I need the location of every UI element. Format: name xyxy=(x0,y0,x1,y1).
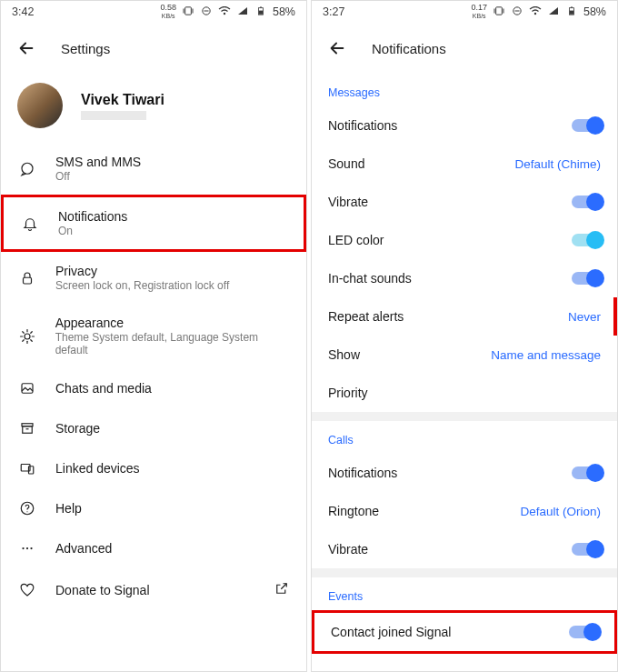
row-value: Default (Orion) xyxy=(520,505,601,518)
svg-rect-0 xyxy=(185,7,192,15)
msg-show[interactable]: Show Name and message xyxy=(312,336,617,374)
row-sub: Screen lock on, Registration lock off xyxy=(55,279,229,292)
row-value: Name and message xyxy=(491,348,601,362)
row-sub: On xyxy=(58,225,127,237)
highlight-marker xyxy=(613,297,617,336)
toggle-switch[interactable] xyxy=(572,543,601,556)
msg-notifications[interactable]: Notifications xyxy=(312,106,617,145)
settings-help[interactable]: Help xyxy=(1,488,306,528)
row-label: Notifications xyxy=(328,466,397,480)
toggle-switch[interactable] xyxy=(572,196,601,208)
svg-point-9 xyxy=(22,163,33,174)
message-icon xyxy=(17,161,37,177)
profile-row[interactable]: Vivek Tiwari xyxy=(1,74,306,143)
row-label: Show xyxy=(328,347,360,362)
section-messages: Messages xyxy=(312,74,617,106)
row-label: Sound xyxy=(328,156,364,171)
battery-icon xyxy=(565,5,578,18)
row-label: Privacy xyxy=(55,264,229,278)
row-label: LED color xyxy=(328,233,384,247)
msg-repeat[interactable]: Repeat alerts Never xyxy=(312,297,617,336)
row-label: Linked devices xyxy=(55,461,140,476)
external-link-icon xyxy=(274,580,290,599)
call-vibrate[interactable]: Vibrate xyxy=(312,530,617,568)
settings-appearance[interactable]: Appearance Theme System default, Languag… xyxy=(1,304,306,368)
row-label: Vibrate xyxy=(328,195,368,209)
archive-icon xyxy=(17,420,37,436)
avatar xyxy=(17,83,63,128)
svg-point-29 xyxy=(26,547,28,549)
svg-point-28 xyxy=(22,547,24,549)
toggle-switch[interactable] xyxy=(572,272,601,285)
call-ringtone[interactable]: Ringtone Default (Orion) xyxy=(312,492,617,530)
settings-storage[interactable]: Storage xyxy=(1,408,306,448)
row-label: Contact joined Signal xyxy=(331,625,451,639)
image-icon xyxy=(17,380,37,396)
wifi-icon xyxy=(529,5,542,18)
row-label: SMS and MMS xyxy=(55,155,141,169)
row-label: In-chat sounds xyxy=(328,271,412,286)
msg-sound[interactable]: Sound Default (Chime) xyxy=(312,145,617,183)
more-icon xyxy=(17,540,37,557)
status-time: 3:42 xyxy=(12,5,34,18)
battery-icon xyxy=(254,5,267,18)
toggle-switch[interactable] xyxy=(572,466,601,479)
vibrate-icon xyxy=(182,5,194,18)
section-divider xyxy=(312,568,617,577)
msg-vibrate[interactable]: Vibrate xyxy=(312,183,617,221)
row-label: Appearance xyxy=(55,316,290,330)
settings-privacy[interactable]: Privacy Screen lock on, Registration loc… xyxy=(1,252,306,304)
row-label: Donate to Signal xyxy=(55,583,150,597)
svg-rect-38 xyxy=(571,6,573,7)
svg-rect-7 xyxy=(260,6,262,7)
vibrate-icon xyxy=(493,5,505,18)
status-time: 3:27 xyxy=(323,5,344,18)
call-notifications[interactable]: Notifications xyxy=(312,454,617,492)
row-label: Priority xyxy=(328,386,368,400)
settings-sms[interactable]: SMS and MMS Off xyxy=(1,143,306,195)
help-icon xyxy=(17,500,37,517)
row-sub: Theme System default, Language System de… xyxy=(55,331,290,356)
battery-pct: 58% xyxy=(583,5,606,18)
toggle-switch[interactable] xyxy=(572,119,601,132)
msg-inchat[interactable]: In-chat sounds xyxy=(312,259,617,297)
svg-point-5 xyxy=(224,13,225,15)
settings-advanced[interactable]: Advanced xyxy=(1,528,306,568)
events-contact-joined[interactable]: Contact joined Signal xyxy=(312,610,617,654)
profile-subtitle-redacted xyxy=(81,111,146,120)
notifications-header: Notifications xyxy=(312,23,617,74)
msg-priority[interactable]: Priority xyxy=(312,374,617,412)
svg-point-30 xyxy=(30,547,32,549)
svg-rect-22 xyxy=(23,426,33,434)
row-label: Notifications xyxy=(58,209,127,224)
settings-chats[interactable]: Chats and media xyxy=(1,368,306,408)
row-label: Storage xyxy=(55,421,100,436)
svg-rect-20 xyxy=(22,384,33,394)
sun-icon xyxy=(17,328,37,345)
status-bar: 3:42 0.58KB/s 58% xyxy=(1,1,306,23)
profile-name: Vivek Tiwari xyxy=(81,92,164,108)
settings-donate[interactable]: Donate to Signal xyxy=(1,568,306,611)
row-label: Repeat alerts xyxy=(328,309,404,324)
back-button[interactable] xyxy=(324,35,350,61)
status-bar: 3:27 0.17KB/s 58% xyxy=(312,1,617,23)
page-title: Notifications xyxy=(372,41,446,56)
msg-led[interactable]: LED color xyxy=(312,221,617,259)
dnd-icon xyxy=(511,5,523,18)
cell-icon xyxy=(547,5,560,18)
back-button[interactable] xyxy=(14,35,39,61)
svg-rect-39 xyxy=(570,11,573,15)
row-value: Default (Chime) xyxy=(514,157,601,171)
svg-point-27 xyxy=(26,511,27,512)
settings-notifications[interactable]: Notifications On xyxy=(1,195,306,252)
heart-icon xyxy=(17,582,37,598)
svg-rect-8 xyxy=(259,11,263,15)
phone-settings: 3:42 0.58KB/s 58% Settings xyxy=(0,0,307,672)
battery-pct: 58% xyxy=(273,5,295,18)
page-title: Settings xyxy=(61,41,110,56)
svg-line-16 xyxy=(23,331,25,333)
row-label: Help xyxy=(55,501,82,516)
toggle-switch[interactable] xyxy=(572,234,601,246)
settings-linked[interactable]: Linked devices xyxy=(1,448,306,488)
toggle-switch[interactable] xyxy=(569,626,598,638)
